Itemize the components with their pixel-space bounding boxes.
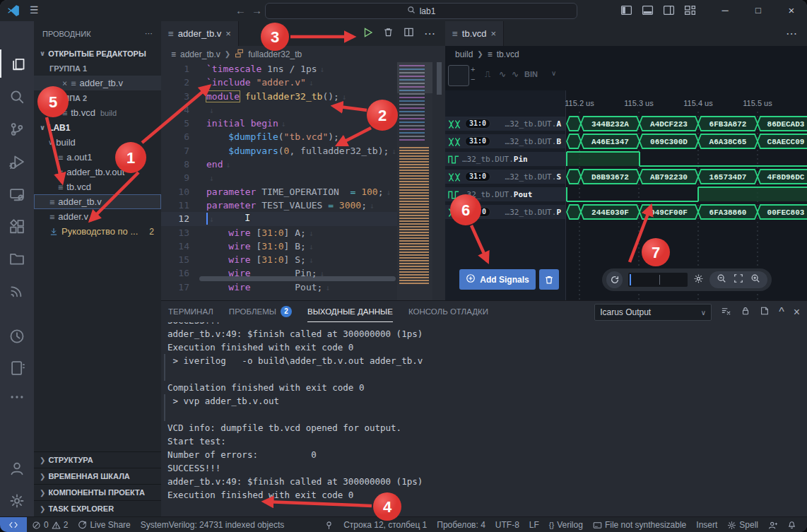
terminal-output[interactable]: SUCCESS!!!adder_tb.v:49: $finish called … (161, 322, 807, 517)
problems-status[interactable]: 02 (27, 520, 73, 530)
nav-forward-icon[interactable]: → (252, 4, 262, 16)
signal-row-Pout[interactable]: …32_tb.DUT.Pout (445, 187, 565, 201)
activity-notebook[interactable] (0, 354, 34, 382)
horizontal-scrollbar[interactable] (199, 276, 396, 281)
activity-explorer[interactable] (0, 49, 35, 78)
tab-close-icon[interactable]: × (225, 28, 231, 39)
status-live-share[interactable]: Live Share (73, 520, 135, 530)
tab-adder-tb-v[interactable]: ≡ adder_tb.v × (161, 21, 239, 46)
sidebar-section--[interactable]: ❯СТРУКТУРА (34, 451, 161, 468)
split-edit-button[interactable] (404, 27, 414, 40)
more-actions-icon[interactable]: ⋯ (424, 27, 435, 40)
plus-icon[interactable]: + (471, 66, 475, 73)
lock-icon[interactable] (741, 306, 750, 319)
sidebar-item-tb-vcd[interactable]: ≡tb.vcdbuild (34, 105, 161, 120)
status-verilog[interactable]: {}Verilog (544, 520, 588, 530)
sidebar-item-a-out1[interactable]: ≡a.out1 (34, 150, 161, 165)
sidebar-item--[interactable]: ∨ОТКРЫТЫЕ РЕДАКТОРЫ (34, 46, 161, 61)
trash-button[interactable] (383, 27, 394, 40)
minus-icon[interactable]: − (471, 76, 475, 83)
activity-folder-library[interactable] (0, 244, 34, 273)
output-channel-select[interactable]: Icarus Output ∨ (594, 304, 712, 321)
wave-breadcrumb[interactable]: build ❯ ≡ tb.vcd (445, 46, 807, 62)
sidebar-section-task-explorer[interactable]: ❯TASK EXPLORER (34, 500, 161, 516)
editor-breadcrumb[interactable]: ≡ adder_tb.v ❯ fulladder32_tb (161, 46, 445, 62)
remove-signals-button[interactable] (539, 269, 559, 290)
status-spell[interactable]: Spell (722, 520, 763, 530)
add-signals-button[interactable]: Add Signals (459, 269, 536, 290)
sidebar-item-lab1[interactable]: ∨LAB1 (34, 120, 161, 135)
activity-account[interactable] (0, 454, 34, 483)
signal-row-Pin[interactable]: …32_tb.DUT.Pin (445, 152, 565, 166)
maximize-button[interactable]: □ (744, 0, 772, 21)
activity-more[interactable] (0, 383, 34, 411)
activity-timeline[interactable] (0, 322, 34, 350)
status-systemverilog-24731-indexed-objects[interactable]: SystemVerilog: 24731 indexed objects (136, 520, 289, 530)
run-button[interactable] (362, 27, 373, 41)
minimap[interactable] (397, 62, 432, 300)
clear-output-icon[interactable] (721, 306, 731, 319)
menu-icon[interactable]: ☰ (30, 4, 39, 16)
tab-tb-vcd[interactable]: ≡ tb.vcd × (445, 21, 504, 46)
activity-extensions[interactable] (0, 213, 34, 241)
signal-row-B[interactable]: 31:0…32_tb.DUT.B (445, 134, 565, 148)
sidebar-item-adder-tb-v-out[interactable]: ≡adder_tb.v.out (34, 165, 161, 179)
marker-color-box[interactable] (448, 65, 469, 86)
sine-icon[interactable]: ∿ (499, 69, 506, 79)
sidebar-item-tb-vcd[interactable]: ≡tb.vcd (34, 179, 161, 194)
vertical-scrollbar[interactable] (437, 62, 442, 95)
close-panel-icon[interactable]: × (794, 306, 800, 319)
code-editor[interactable]: 1`timescale 1ns / 1ps↓2`include "adder.v… (161, 62, 397, 300)
layout-sidebar-left-icon[interactable] (620, 4, 632, 19)
close-button[interactable]: × (777, 0, 806, 21)
signal-row-A[interactable]: 31:0…32_tb.DUT.A (445, 117, 565, 131)
maximize-panel-icon[interactable]: ^ (779, 306, 784, 319)
activity-remote-explorer[interactable] (0, 180, 34, 208)
status-строка-12-столбец-1[interactable]: Строка 12, столбец 1 (338, 520, 432, 530)
more-actions-icon[interactable]: ⋯ (786, 27, 797, 40)
panel-tab-терминал[interactable]: ТЕРМИНАЛ (168, 301, 213, 322)
sidebar-item--1[interactable]: ГРУППА 1 (34, 61, 161, 76)
sidebar-more-icon[interactable]: ⋯ (145, 29, 153, 38)
layout-sidebar-right-icon[interactable] (663, 4, 675, 19)
customize-layout-icon[interactable] (684, 4, 696, 19)
status-port[interactable] (319, 521, 338, 530)
activity-search[interactable] (0, 83, 34, 111)
sidebar-section--[interactable]: ❯КОМПОНЕНТЫ ПРОЕКТА (34, 484, 161, 500)
panel-tab-выходные-данные[interactable]: ВЫХОДНЫЕ ДАННЫЕ (307, 301, 393, 322)
layout-panel-icon[interactable] (642, 4, 654, 19)
panel-tab-проблемы[interactable]: ПРОБЛЕМЫ2 (229, 301, 292, 322)
sidebar-item-adder-v[interactable]: ≡adder.v (34, 209, 161, 224)
sidebar-item-adder-tb-v[interactable]: ×≡adder_tb.v (34, 76, 161, 90)
fullscreen-icon[interactable] (734, 273, 743, 286)
status-пробелов-4[interactable]: Пробелов: 4 (432, 520, 490, 530)
command-search-input[interactable]: lab1 (265, 3, 577, 19)
minimize-button[interactable]: ─ (711, 0, 739, 21)
activity-run-debug[interactable] (0, 148, 34, 176)
status-lf[interactable]: LF (524, 520, 544, 530)
sidebar-item--[interactable]: Руководство по ...2 (34, 224, 161, 239)
settings-gear-icon[interactable] (693, 273, 704, 287)
tab-close-icon[interactable]: × (491, 28, 497, 39)
sidebar-section--[interactable]: ❯ВРЕМЕННАЯ ШКАЛА (34, 468, 161, 484)
sidebar-item--2[interactable]: ГРУППА 2 (34, 90, 161, 105)
zoom-in-icon[interactable] (750, 273, 760, 286)
time-input[interactable] (628, 273, 688, 287)
sine2-icon[interactable]: ∿ (512, 69, 519, 79)
pulse-icon[interactable]: ⎍ (485, 69, 490, 79)
activity-esp-idf[interactable] (0, 276, 34, 304)
status-personplus[interactable] (763, 521, 782, 530)
format-select[interactable]: BIN (524, 70, 538, 78)
status-utf-8[interactable]: UTF-8 (490, 520, 524, 530)
close-editor-icon[interactable]: × (62, 78, 67, 88)
status-insert[interactable]: Insert (691, 520, 722, 530)
panel-tab-консоль-отладки[interactable]: КОНСОЛЬ ОТЛАДКИ (408, 301, 488, 322)
status-file-not-synthesizable[interactable]: File not synthesizable (588, 520, 691, 530)
nav-back-icon[interactable]: ← (235, 4, 246, 16)
minimap-slider[interactable] (397, 62, 432, 93)
sidebar-item-build[interactable]: ∨build (34, 135, 161, 150)
zoom-out-icon[interactable] (717, 273, 726, 286)
activity-settings[interactable] (0, 487, 34, 515)
refresh-button[interactable] (606, 271, 623, 288)
activity-source-control[interactable] (0, 115, 34, 143)
